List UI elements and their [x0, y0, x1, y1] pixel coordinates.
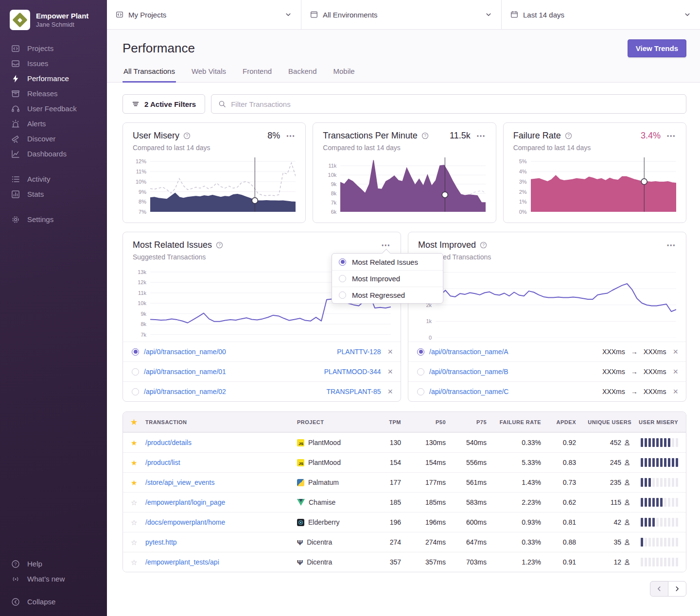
transaction-link[interactable]: /product/list	[145, 459, 180, 466]
col-tpm[interactable]: TPM	[370, 419, 401, 425]
transaction-search[interactable]	[211, 94, 686, 114]
close-icon[interactable]: ×	[385, 348, 393, 355]
issue-link[interactable]: TRANSPLANT-85	[326, 388, 381, 395]
next-page-button[interactable]	[668, 581, 686, 597]
radio-selected[interactable]	[339, 258, 346, 266]
menu-item-most-related-issues[interactable]: Most Related Issues	[332, 254, 443, 270]
sidebar-item-issues[interactable]: Issues	[0, 56, 107, 71]
more-options-icon[interactable]: ⋯	[666, 134, 676, 138]
tab-frontend[interactable]: Frontend	[242, 67, 273, 83]
col-project[interactable]: Project	[297, 419, 370, 425]
transaction-link[interactable]: /api/0/transaction_name/A	[429, 348, 597, 356]
help-circle-icon[interactable]: ?	[421, 132, 429, 139]
sidebar-item-stats[interactable]: Stats	[0, 187, 107, 202]
sidebar-item-releases[interactable]: Releases	[0, 86, 107, 101]
sidebar-item-projects[interactable]: Projects	[0, 41, 107, 56]
help-circle-icon[interactable]: ?	[216, 241, 223, 249]
transaction-link[interactable]: /empowerplant_tests/api	[145, 558, 219, 566]
transaction-link[interactable]: /api/0/transaction_name/01	[144, 368, 319, 376]
sidebar-item-label: User Feedback	[27, 104, 77, 113]
stats-icon	[11, 190, 20, 199]
sidebar-item-user-feedback[interactable]: User Feedback	[0, 101, 107, 116]
sidebar-item-settings[interactable]: Settings	[0, 212, 107, 227]
tpm-chart[interactable]	[340, 157, 486, 212]
issue-link[interactable]: PLANTMOOD-344	[324, 368, 381, 376]
p75-value: 647ms	[446, 538, 487, 546]
star-toggle[interactable]: ★	[131, 479, 137, 486]
sidebar-item-discover[interactable]: Discover	[0, 131, 107, 146]
tab-mobile[interactable]: Mobile	[332, 67, 355, 83]
user-misery-chart[interactable]	[150, 157, 296, 212]
col-p75[interactable]: P75	[446, 419, 487, 425]
transaction-link[interactable]: /api/0/transaction_name/02	[144, 388, 321, 395]
search-input[interactable]	[231, 100, 679, 108]
star-toggle[interactable]: ★	[131, 439, 137, 446]
most-improved-chart[interactable]	[436, 266, 676, 338]
transaction-link[interactable]: /docs/empowerplant/home	[145, 518, 225, 526]
transaction-link[interactable]: pytest.http	[145, 538, 177, 546]
radio-unselected[interactable]	[417, 368, 424, 376]
transaction-link[interactable]: /api/0/transaction_name/C	[429, 388, 597, 395]
close-icon[interactable]: ×	[385, 368, 393, 375]
tab-web-vitals[interactable]: Web Vitals	[191, 67, 227, 83]
sidebar-item-help[interactable]: ? Help	[0, 556, 107, 571]
more-options-icon[interactable]: ⋯	[476, 134, 486, 138]
sidebar-item-alerts[interactable]: Alerts	[0, 116, 107, 131]
radio-unselected[interactable]	[339, 275, 346, 282]
sidebar-collapse-button[interactable]: Collapse	[0, 594, 107, 609]
more-options-icon[interactable]: ⋯	[381, 243, 391, 248]
misery-bar	[668, 538, 670, 547]
transaction-link[interactable]: /product/details	[145, 439, 192, 446]
help-circle-icon[interactable]: ?	[480, 241, 487, 249]
transaction-link[interactable]: /api/0/transaction_name/00	[144, 348, 332, 356]
transaction-link[interactable]: /api/0/transaction_name/B	[429, 368, 597, 376]
close-icon[interactable]: ×	[671, 388, 678, 395]
sidebar-item-performance[interactable]: Performance	[0, 71, 107, 86]
org-switcher[interactable]: Empower Plant Jane Schmidt	[0, 0, 107, 34]
environment-filter-dropdown[interactable]: All Environments	[301, 0, 502, 29]
previous-page-button[interactable]	[650, 581, 668, 597]
radio-unselected[interactable]	[132, 388, 139, 395]
close-icon[interactable]: ×	[671, 348, 678, 355]
star-toggle[interactable]: ☆	[131, 539, 137, 546]
radio-selected[interactable]	[132, 348, 139, 356]
menu-item-most-improved[interactable]: Most Improved	[332, 270, 443, 287]
star-toggle[interactable]: ★	[131, 459, 137, 466]
failure-rate-chart[interactable]	[531, 157, 676, 212]
tab-backend[interactable]: Backend	[287, 67, 317, 83]
sidebar-item-dashboards[interactable]: Dashboards	[0, 146, 107, 161]
dashboards-icon	[11, 150, 20, 158]
col-p50[interactable]: P50	[401, 419, 446, 425]
radio-unselected[interactable]	[132, 368, 139, 376]
radio-selected[interactable]	[417, 348, 424, 356]
col-failure-rate[interactable]: Failure Rate	[487, 419, 541, 425]
more-options-icon[interactable]: ⋯	[286, 134, 296, 138]
issue-link[interactable]: PLANTTV-128	[337, 348, 381, 356]
close-icon[interactable]: ×	[671, 368, 678, 375]
star-toggle[interactable]: ☆	[131, 559, 137, 566]
col-user-misery[interactable]: User Misery	[631, 419, 686, 425]
col-unique-users[interactable]: Unique Users	[576, 419, 631, 425]
more-options-icon[interactable]: ⋯	[666, 243, 676, 248]
date-range-dropdown[interactable]: Last 14 days	[502, 0, 700, 29]
sidebar-item-activity[interactable]: Activity	[0, 171, 107, 187]
col-apdex[interactable]: Apdex	[541, 419, 576, 425]
project-filter-dropdown[interactable]: My Projects	[107, 0, 301, 29]
svg-text:?: ?	[218, 242, 221, 247]
help-circle-icon[interactable]: ?	[565, 132, 572, 139]
close-icon[interactable]: ×	[385, 388, 393, 395]
tab-all-transactions[interactable]: All Transactions	[122, 67, 176, 83]
radio-unselected[interactable]	[339, 291, 346, 299]
active-filters-button[interactable]: 2 Active Filters	[122, 94, 205, 114]
star-toggle[interactable]: ☆	[131, 499, 137, 506]
transaction-link[interactable]: /empowerplant/login_page	[145, 498, 225, 506]
radio-unselected[interactable]	[417, 388, 424, 395]
col-transaction[interactable]: Transaction	[145, 419, 297, 425]
star-toggle[interactable]: ☆	[131, 519, 137, 526]
window-icon	[310, 11, 318, 18]
sidebar-item-whats-new[interactable]: What’s new	[0, 571, 107, 586]
menu-item-most-regressed[interactable]: Most Regressed	[332, 287, 443, 303]
help-circle-icon[interactable]: ?	[183, 132, 191, 139]
transaction-link[interactable]: /store/api_view_events	[145, 479, 214, 486]
view-trends-button[interactable]: View Trends	[628, 39, 686, 57]
